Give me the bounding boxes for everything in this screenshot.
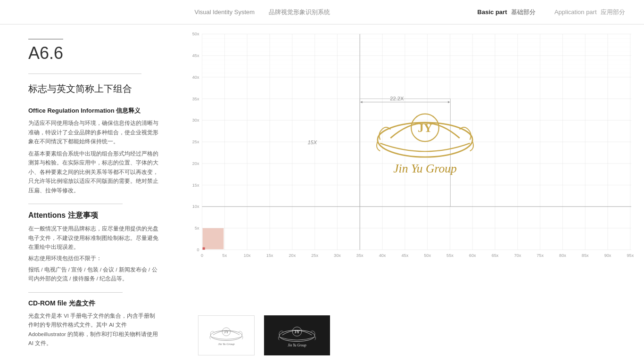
svg-text:30x: 30x [334, 253, 341, 258]
svg-text:25x: 25x [311, 253, 318, 258]
svg-text:35x: 35x [192, 97, 199, 101]
svg-text:0: 0 [201, 253, 203, 258]
attentions-title: Attentions 注意事项 [28, 211, 160, 221]
regulation-text-1: 为适应不同使用场合与环境，确保信息传达的清晰与准确，特设计了企业品牌的多种组合，… [28, 119, 160, 147]
basic-part: Basic part 基础部分 [478, 8, 536, 16]
svg-rect-0 [184, 29, 635, 264]
cdrom-title: CD-ROM file 光盘文件 [28, 299, 160, 308]
svg-text:5x: 5x [195, 226, 199, 230]
svg-text:85x: 85x [582, 253, 589, 258]
svg-text:60x: 60x [469, 253, 476, 258]
svg-text:75x: 75x [537, 253, 544, 258]
logo-white-svg: JY Jin Yu Group [207, 322, 245, 348]
page-code: A6.6 [28, 39, 63, 63]
regulation-title: Office Regulation Information 信息释义 [28, 107, 160, 115]
svg-text:20x: 20x [289, 253, 296, 258]
svg-text:10x: 10x [244, 253, 251, 258]
content: A6.6 标志与英文简称上下组合 Office Regulation Infor… [0, 25, 644, 362]
svg-text:Jin Yu Group: Jin Yu Group [218, 342, 235, 346]
logo-black-svg: JY Jin Yu Group [276, 321, 318, 350]
svg-text:95x: 95x [627, 253, 634, 258]
svg-text:15x: 15x [266, 253, 273, 258]
svg-text:40x: 40x [379, 253, 386, 258]
svg-text:JY: JY [224, 330, 229, 334]
svg-text:55x: 55x [446, 253, 454, 258]
svg-text:15X: 15X [307, 140, 317, 145]
attentions-text-3: 报纸 / 电视广告 / 宣传 / 包装 / 会议 / 新闻发布会 / 公司内外部… [28, 265, 160, 284]
svg-text:50x: 50x [424, 253, 431, 258]
svg-text:65x: 65x [492, 253, 499, 258]
svg-text:80x: 80x [559, 253, 566, 258]
section-divider-2 [28, 292, 123, 293]
svg-text:22.2X: 22.2X [390, 96, 404, 101]
svg-text:90x: 90x [604, 253, 611, 258]
logo-preview-black: JY Jin Yu Group [264, 315, 330, 355]
app-part-cn: 应用部分 [601, 8, 625, 16]
svg-text:JY: JY [295, 329, 300, 334]
chart-container: 50x 45x 40x 35x 30x 25x [184, 29, 635, 309]
svg-text:0: 0 [197, 247, 199, 252]
header: Visual Identity System 品牌视觉形象识别系统 Basic … [0, 0, 644, 25]
svg-text:15x: 15x [192, 183, 199, 188]
header-right: Basic part 基础部分 Application part 应用部分 [478, 8, 625, 16]
app-part-en: Application part [554, 8, 597, 16]
logo-previews: JY Jin Yu Group JY Jin Yu Group [184, 313, 635, 357]
svg-text:Jin Yu Group: Jin Yu Group [393, 162, 457, 175]
svg-text:45x: 45x [192, 53, 199, 58]
app-part: Application part 应用部分 [554, 8, 625, 16]
svg-rect-77 [203, 228, 224, 249]
svg-text:5x: 5x [223, 253, 227, 258]
svg-text:20x: 20x [192, 161, 199, 166]
sidebar: A6.6 标志与英文简称上下组合 Office Regulation Infor… [0, 25, 179, 362]
svg-text:40x: 40x [192, 75, 199, 80]
svg-text:JY: JY [418, 121, 432, 135]
svg-text:10x: 10x [192, 204, 199, 209]
section-divider-1 [28, 204, 123, 204]
svg-text:45x: 45x [401, 253, 408, 258]
vi-label: Visual Identity System [194, 8, 255, 16]
attentions-text-1: 在一般情况下使用品牌标志，应尽量使用提供的光盘电子文件，不建议使用标准制图绘制标… [28, 224, 160, 252]
chart-svg: 50x 45x 40x 35x 30x 25x [184, 29, 635, 309]
svg-text:25x: 25x [192, 140, 199, 144]
page-rule [28, 74, 141, 74]
main: 50x 45x 40x 35x 30x 25x [179, 25, 644, 362]
basic-part-en: Basic part [478, 8, 507, 16]
svg-text:70x: 70x [514, 253, 521, 258]
svg-text:30x: 30x [192, 118, 199, 123]
header-title-group: Visual Identity System 品牌视觉形象识别系统 [194, 8, 330, 16]
attentions-text-2: 标志使用环境包括但不限于： [28, 254, 160, 263]
svg-text:Jin Yu Group: Jin Yu Group [288, 343, 306, 347]
svg-text:35x: 35x [356, 253, 363, 258]
cdrom-text: 光盘文件是本 VI 手册电子文件的集合，内含手册制作时的专用软件格式文件。其中 … [28, 312, 160, 348]
brand-cn: 品牌视觉形象识别系统 [269, 8, 330, 16]
logo-preview-white: JY Jin Yu Group [198, 315, 255, 355]
svg-rect-78 [203, 247, 205, 250]
regulation-text-2: 在基本要素组合系统中出现的组合形式均经过严格的测算与检验。在实际应用中，标志的位… [28, 149, 160, 196]
svg-text:50x: 50x [192, 32, 199, 36]
basic-part-cn: 基础部分 [511, 8, 536, 16]
section-title: 标志与英文简称上下组合 [28, 82, 160, 95]
